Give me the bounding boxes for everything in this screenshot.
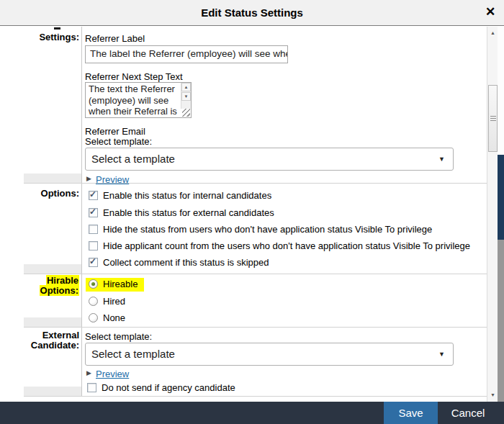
referrer-email-label: Referrer Email <box>85 127 145 137</box>
section-label-hirable-options: Hirable Options: <box>0 276 79 296</box>
radio-row-hireable: Hireable <box>86 278 144 292</box>
referrer-email-select-label: Select template: <box>85 137 152 147</box>
section-label-external-candidate: External Candidate: <box>0 330 79 351</box>
checkbox-row: ✓ Do not send if agency candidate <box>87 383 235 393</box>
dialog-title: Edit Status Settings <box>0 0 504 26</box>
external-template-dropdown[interactable]: Select a template ▼ <box>85 343 454 366</box>
label-column-band <box>24 264 81 274</box>
scroll-down-icon[interactable]: ▼ <box>181 92 191 101</box>
dialog-footer: Save Cancel <box>0 402 504 424</box>
background-page-sliver <box>498 240 504 402</box>
textarea-text: The text the Referrer (employee) will se… <box>89 84 179 117</box>
section-separator <box>24 327 487 328</box>
checkbox-row: ✓ Collect comment if this status is skip… <box>89 258 269 268</box>
chevron-down-icon: ▼ <box>438 343 445 365</box>
radio-button[interactable] <box>89 279 98 289</box>
scrollbar-thumb[interactable] <box>488 85 498 152</box>
close-icon[interactable]: ✕ <box>481 0 500 24</box>
section-separator <box>24 183 487 184</box>
cancel-button[interactable]: Cancel <box>441 402 495 424</box>
checkbox-label: Collect comment if this status is skippe… <box>103 258 269 268</box>
clipped-label-remnant <box>54 27 60 30</box>
radio-row-none: None <box>89 313 125 323</box>
referrer-next-step-textarea[interactable]: The text the Referrer (employee) will se… <box>85 82 192 118</box>
dialog-titlebar: Edit Status Settings ✕ <box>0 0 504 26</box>
vertical-scrollbar[interactable]: ▲ ▼ <box>487 27 498 402</box>
checkbox-row: ✓ Enable this status for external candid… <box>89 208 274 218</box>
checkbox[interactable]: ✓ <box>89 241 98 251</box>
scroll-up-icon[interactable]: ▲ <box>488 27 498 39</box>
referrer-label-field-label: Referrer Label <box>85 34 145 44</box>
label-column-divider <box>81 27 82 396</box>
label-column-band <box>24 317 81 327</box>
radio-button[interactable] <box>89 297 98 306</box>
label-column-band <box>24 387 81 396</box>
background-page-sliver <box>498 155 504 240</box>
preview-link[interactable]: Preview <box>96 369 129 379</box>
section-label-options: Options: <box>0 189 79 199</box>
check-icon: ✓ <box>89 189 96 199</box>
scroll-up-icon[interactable]: ▲ <box>181 83 191 91</box>
section-separator <box>24 396 487 397</box>
radio-label: Hired <box>103 297 125 307</box>
background-page-sliver <box>498 27 504 155</box>
check-icon: ✓ <box>89 207 96 217</box>
referrer-email-template-dropdown[interactable]: Select a template ▼ <box>85 148 454 171</box>
triangle-right-icon: ▶ <box>86 369 91 376</box>
resize-grip-icon[interactable] <box>182 109 190 117</box>
triangle-right-icon: ▶ <box>86 175 91 182</box>
chevron-down-icon: ▼ <box>438 148 445 170</box>
scrollbar-grip-icon <box>490 116 496 121</box>
checkbox[interactable]: ✓ <box>89 191 98 200</box>
radio-row-hired: Hired <box>89 297 125 307</box>
checkbox-label: Hide applicant count from the users who … <box>103 241 470 251</box>
checkbox-row: ✓ Hide the status from users who don't h… <box>89 225 432 235</box>
section-label-settings: Settings: <box>0 32 79 42</box>
referrer-next-step-label: Referrer Next Step Text <box>85 72 183 82</box>
checkbox[interactable]: ✓ <box>89 258 98 267</box>
scroll-down-icon[interactable]: ▼ <box>488 389 498 401</box>
checkbox-label: Hide the status from users who don't hav… <box>103 225 432 235</box>
save-button[interactable]: Save <box>384 402 438 424</box>
dropdown-selected-value: Select a template <box>91 148 175 170</box>
radio-label: None <box>103 313 125 323</box>
checkbox-label: Enable this status for external candidat… <box>103 208 274 218</box>
textarea-scrollbar[interactable]: ▲ ▼ <box>181 83 191 109</box>
preview-link[interactable]: Preview <box>96 174 129 185</box>
checkbox-label: Do not send if agency candidate <box>102 383 235 393</box>
referrer-label-input[interactable]: The label the Referrer (employee) will s… <box>85 45 288 63</box>
check-icon: ✓ <box>89 256 96 266</box>
checkbox-row: ✓ Hide applicant count from the users wh… <box>89 241 470 251</box>
checkbox[interactable]: ✓ <box>87 383 96 392</box>
checkbox[interactable]: ✓ <box>89 225 98 234</box>
label-column-band <box>24 173 81 183</box>
dropdown-selected-value: Select a template <box>91 343 175 365</box>
section-separator <box>24 274 487 274</box>
checkbox-row: ✓ Enable this status for internal candid… <box>89 191 271 201</box>
checkbox-label: Enable this status for internal candidat… <box>103 191 271 201</box>
external-select-label: Select template: <box>85 332 152 342</box>
radio-label: Hireable <box>103 279 138 289</box>
radio-button[interactable] <box>89 313 98 322</box>
checkbox[interactable]: ✓ <box>89 208 98 217</box>
